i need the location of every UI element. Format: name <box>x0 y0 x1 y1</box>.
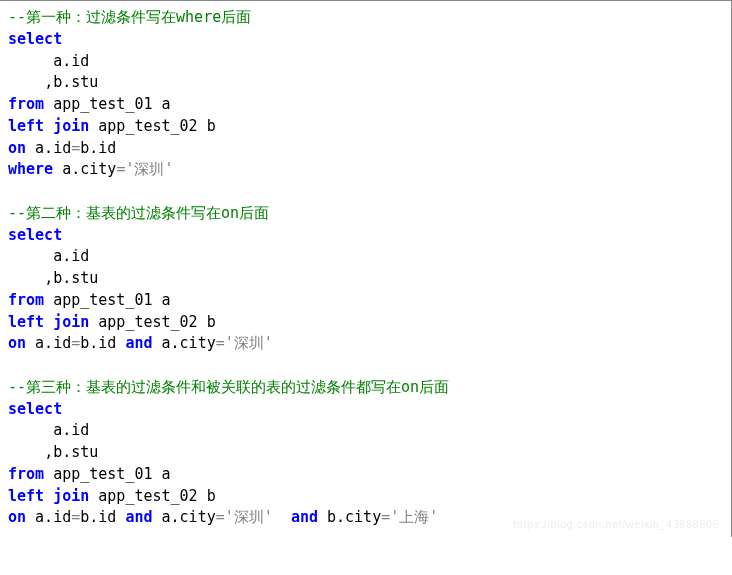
code-content: --第一种：过滤条件写在where后面 select a.id ,b.stu f… <box>8 7 731 529</box>
keyword-left-join: left join <box>8 487 89 505</box>
keyword-on: on <box>8 139 26 157</box>
table-ref: app_test_02 b <box>89 487 215 505</box>
on-expr: a.id <box>26 508 71 526</box>
keyword-left-join: left join <box>8 117 89 135</box>
on-expr: b.id <box>80 139 116 157</box>
and-col: a.city <box>153 334 216 352</box>
keyword-select: select <box>8 226 62 244</box>
keyword-where: where <box>8 160 53 178</box>
comment-line: --第二种：基表的过滤条件写在on后面 <box>8 204 269 222</box>
keyword-left-join: left join <box>8 313 89 331</box>
table-ref: app_test_01 a <box>44 291 170 309</box>
keyword-on: on <box>8 334 26 352</box>
where-col: a.city <box>53 160 116 178</box>
string-literal: '深圳' <box>225 508 273 526</box>
keyword-on: on <box>8 508 26 526</box>
column: ,b.stu <box>8 269 98 287</box>
keyword-and: and <box>291 508 318 526</box>
on-expr: a.id <box>26 334 71 352</box>
table-ref: app_test_01 a <box>44 95 170 113</box>
operator-eq: = <box>381 508 390 526</box>
on-expr: a.id <box>26 139 71 157</box>
table-ref: app_test_02 b <box>89 117 215 135</box>
keyword-select: select <box>8 30 62 48</box>
operator-eq: = <box>216 334 225 352</box>
comment-line: --第三种：基表的过滤条件和被关联的表的过滤条件都写在on后面 <box>8 378 449 396</box>
and-col: b.city <box>318 508 381 526</box>
comment-line: --第一种：过滤条件写在where后面 <box>8 8 251 26</box>
column: a.id <box>8 421 89 439</box>
keyword-select: select <box>8 400 62 418</box>
operator-eq: = <box>71 508 80 526</box>
and-col: a.city <box>153 508 216 526</box>
string-literal: '上海' <box>390 508 438 526</box>
keyword-from: from <box>8 95 44 113</box>
operator-eq: = <box>216 508 225 526</box>
keyword-and: and <box>125 334 152 352</box>
on-expr: b.id <box>80 334 116 352</box>
keyword-and: and <box>125 508 152 526</box>
keyword-from: from <box>8 291 44 309</box>
on-expr: b.id <box>80 508 116 526</box>
column: a.id <box>8 52 89 70</box>
column: ,b.stu <box>8 73 98 91</box>
keyword-from: from <box>8 465 44 483</box>
column: a.id <box>8 247 89 265</box>
code-block: --第一种：过滤条件写在where后面 select a.id ,b.stu f… <box>0 3 731 529</box>
code-editor-pane: --第一种：过滤条件写在where后面 select a.id ,b.stu f… <box>0 0 732 537</box>
table-ref: app_test_01 a <box>44 465 170 483</box>
operator-eq: = <box>71 139 80 157</box>
watermark-text: https://blog.csdn.net/weixin_43888806 <box>513 517 719 533</box>
operator-eq: = <box>71 334 80 352</box>
table-ref: app_test_02 b <box>89 313 215 331</box>
string-literal: '深圳' <box>225 334 273 352</box>
string-literal: '深圳' <box>125 160 173 178</box>
column: ,b.stu <box>8 443 98 461</box>
